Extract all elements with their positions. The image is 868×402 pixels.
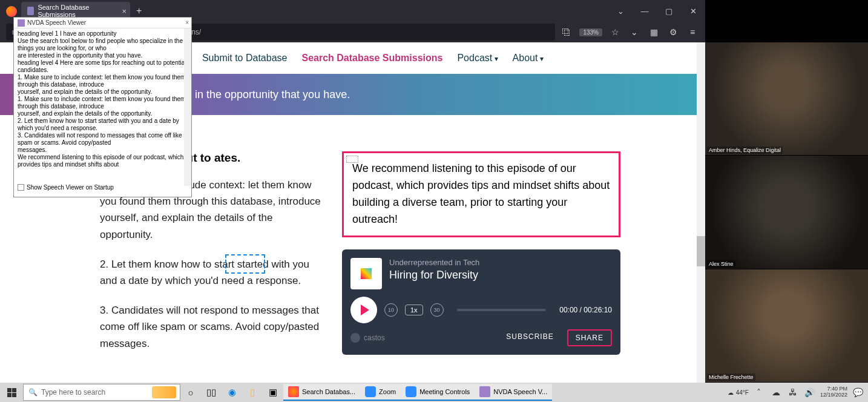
tab-title: Search Database Submissions xyxy=(38,4,112,18)
menu-icon[interactable]: ≡ xyxy=(686,25,699,39)
tip-item: 3. Candidates will not respond to messag… xyxy=(100,302,324,352)
cortana-icon[interactable]: ○ xyxy=(182,384,200,401)
firefox-icon xyxy=(6,6,17,17)
windows-taskbar: 🔍 Type here to search ○ ▯▯ ◉ ▯ ▣ Search … xyxy=(0,383,868,402)
nvda-titlebar[interactable]: NVDA Speech Viewer × xyxy=(14,18,191,28)
search-placeholder: Type here to search xyxy=(41,388,105,397)
nvda-line: 1. Make sure to include context: let the… xyxy=(18,74,188,88)
zoom-controls-icon xyxy=(406,386,416,397)
nav-search[interactable]: Search Database Submissions xyxy=(301,53,442,64)
nav-about[interactable]: About xyxy=(513,53,544,64)
startup-checkbox-label: Show Speech Viewer on Startup xyxy=(27,184,114,191)
podcast-player: Underrepresented in Tech Hiring for Dive… xyxy=(342,249,620,355)
task-view-icon[interactable]: ▯▯ xyxy=(202,384,220,401)
taskbar-search[interactable]: 🔍 Type here to search xyxy=(23,384,180,401)
close-tab-icon[interactable]: × xyxy=(122,7,127,16)
edge-icon[interactable]: ◉ xyxy=(223,384,241,401)
search-icon: 🔍 xyxy=(28,388,38,397)
progress-bar[interactable] xyxy=(457,309,547,311)
taskbar-meeting[interactable]: Meeting Controls xyxy=(401,384,475,401)
volume-icon[interactable]: 🔊 xyxy=(803,386,817,399)
store-icon[interactable]: ▣ xyxy=(264,384,282,401)
network-icon[interactable]: 🖧 xyxy=(786,386,800,399)
castos-badge[interactable]: castos xyxy=(350,333,385,343)
participant-video[interactable]: Amber Hinds, Equalize Digital xyxy=(705,42,868,156)
player-footer: castos SUBSCRIBE SHARE xyxy=(350,329,612,346)
participant-name: Alex Stine xyxy=(707,260,735,268)
scrollbar-thumb[interactable] xyxy=(697,236,705,266)
dropdown-icon[interactable]: ⌄ xyxy=(608,0,633,22)
nav-podcast[interactable]: Podcast xyxy=(457,53,498,64)
forward-button[interactable]: 30 xyxy=(430,303,444,317)
menorah-icon xyxy=(152,386,176,398)
participant-video[interactable]: Alex Stine xyxy=(705,156,868,269)
nav-submit[interactable]: Submit to Database xyxy=(202,53,288,64)
player-controls: 10 1x 30 00:00 / 00:26:10 xyxy=(350,297,612,323)
start-button[interactable] xyxy=(0,383,23,402)
participant-name: Michelle Frechette xyxy=(707,374,755,381)
castos-label: castos xyxy=(364,334,385,342)
play-icon xyxy=(361,305,369,315)
tray-chevron-icon[interactable]: ˄ xyxy=(752,386,766,399)
current-time: 00:00 xyxy=(559,306,577,314)
weather-icon: ☁ xyxy=(728,389,734,396)
page-scrollbar[interactable] xyxy=(697,42,705,383)
clock[interactable]: 7:40 PM 12/19/2022 xyxy=(820,386,847,398)
rewind-button[interactable]: 10 xyxy=(384,303,398,317)
video-feed xyxy=(705,42,868,155)
maximize-button[interactable]: ▢ xyxy=(657,0,681,22)
show-name: Underrepresented in Tech xyxy=(389,258,479,267)
duration: 00:26:10 xyxy=(584,306,612,314)
windows-logo-icon xyxy=(7,388,16,397)
system-tray: ☁ 44°F ˄ ☁ 🖧 🔊 7:40 PM 12/19/2022 💬 xyxy=(728,386,868,399)
speed-button[interactable]: 1x xyxy=(405,305,423,315)
video-feed xyxy=(705,269,868,382)
new-tab-button[interactable]: + xyxy=(136,5,142,16)
nvda-line: messages. xyxy=(18,147,188,154)
nvda-line: yourself, and explain the details of the… xyxy=(18,88,188,96)
nvda-line: 2. Let them know how to start started wi… xyxy=(18,117,188,132)
video-participants-panel: Amber Hinds, Equalize Digital Alex Stine… xyxy=(705,42,868,383)
player-header: Underrepresented in Tech Hiring for Dive… xyxy=(350,258,612,289)
close-window-button[interactable]: ✕ xyxy=(681,0,705,22)
explorer-icon[interactable]: ▯ xyxy=(243,384,261,401)
firefox-icon xyxy=(288,386,299,397)
participant-video[interactable]: Michelle Frechette xyxy=(705,269,868,383)
pocket-icon[interactable]: ⌄ xyxy=(628,25,641,39)
podcast-titles: Underrepresented in Tech Hiring for Dive… xyxy=(389,258,479,289)
settings-icon[interactable]: ⚙ xyxy=(666,25,680,39)
url-toolbar-icons: ⿻ 133% ☆ ⌄ ▦ ⚙ ≡ xyxy=(560,25,699,39)
nvda-speech-viewer: NVDA Speech Viewer × heading level 1 I h… xyxy=(13,17,192,197)
subscribe-button[interactable]: SUBSCRIBE xyxy=(499,329,561,346)
podcast-column: We recommend listening to this episode o… xyxy=(342,151,620,365)
nvda-line: Use the search tool below to find people… xyxy=(18,38,188,52)
nvda-line: We recommend listening to this episode o… xyxy=(18,154,188,168)
notifications-icon[interactable]: 💬 xyxy=(851,386,864,399)
nvda-line: are interested in the opportunity that y… xyxy=(18,52,188,59)
reader-icon[interactable]: ⿻ xyxy=(560,25,573,39)
nvda-scrollbar[interactable] xyxy=(184,28,191,186)
extension-icon[interactable]: ▦ xyxy=(647,25,660,39)
play-button[interactable] xyxy=(350,297,377,323)
startup-checkbox[interactable] xyxy=(18,184,24,191)
onedrive-icon[interactable]: ☁ xyxy=(769,386,783,399)
nvda-icon xyxy=(18,19,25,27)
nvda-log: heading level 1 I have an opportunity Us… xyxy=(14,28,191,183)
taskbar-zoom[interactable]: Zoom xyxy=(360,384,401,401)
keyboard-focus-box xyxy=(225,254,265,274)
nvda-close-button[interactable]: × xyxy=(185,19,189,26)
player-actions: SUBSCRIBE SHARE xyxy=(499,329,612,346)
minimize-button[interactable]: — xyxy=(633,0,657,22)
participant-name: Amber Hinds, Equalize Digital xyxy=(707,147,783,154)
app-label: NVDA Speech V... xyxy=(493,388,547,395)
zoom-indicator[interactable]: 133% xyxy=(579,28,602,36)
share-button[interactable]: SHARE xyxy=(567,329,612,346)
app-label: Search Databas... xyxy=(302,388,355,395)
taskbar-nvda[interactable]: NVDA Speech V... xyxy=(475,384,552,401)
weather-widget[interactable]: ☁ 44°F xyxy=(728,389,749,396)
nvda-line: yourself, and explain the details of the… xyxy=(18,110,188,117)
bookmark-icon[interactable]: ☆ xyxy=(608,25,622,39)
tip-item: 2. Let them know how to start started wi… xyxy=(100,256,324,289)
taskbar-firefox[interactable]: Search Databas... xyxy=(283,384,360,401)
nvda-title-text: NVDA Speech Viewer xyxy=(27,19,86,26)
